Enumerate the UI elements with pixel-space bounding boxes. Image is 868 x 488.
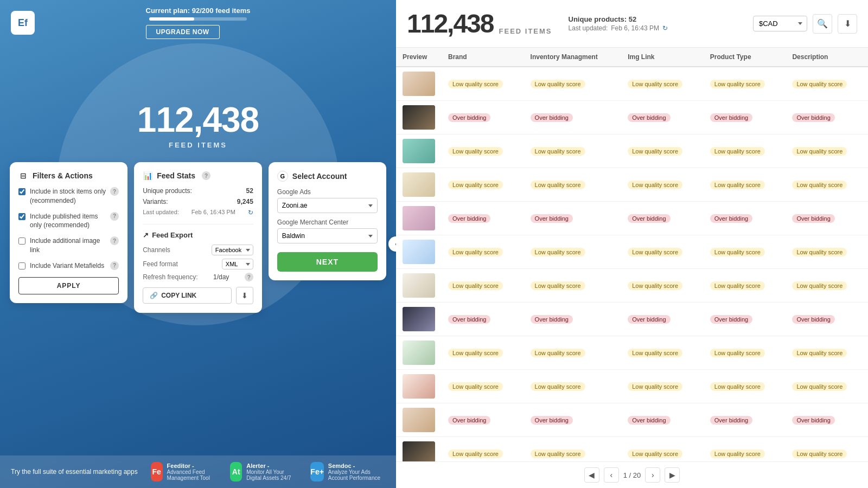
filter-info-icon-2[interactable]: ? (110, 236, 119, 245)
upgrade-button[interactable]: UPGRADE NOW (146, 25, 220, 39)
filter-item-0: Include in stock items only (recommended… (18, 187, 119, 206)
col-inventory: Inventory Managment (524, 48, 622, 67)
search-icon: 🔍 (817, 18, 828, 29)
cell-inventory: Low quality score (524, 336, 622, 370)
filter-checkbox-3[interactable] (18, 262, 25, 269)
app-item-semdoc[interactable]: Fe+ Semdoc - Analyze Your Ads Account Pe… (310, 462, 385, 481)
variants-value: 9,245 (237, 198, 253, 206)
google-merchant-select[interactable]: Baldwin Other merchant (277, 228, 378, 243)
cell-product-type: Over bidding (704, 403, 786, 437)
app-logo: Ef (11, 11, 35, 35)
cell-img-link: Over bidding (621, 202, 704, 235)
next-button[interactable]: NEXT (277, 252, 378, 272)
channels-select[interactable]: Facebook Google Pinterest (212, 245, 253, 255)
table-row[interactable]: Low quality score Low quality score Low … (396, 269, 868, 303)
cell-preview (396, 336, 442, 370)
cell-preview (396, 134, 442, 168)
filter-checkbox-2[interactable] (18, 237, 25, 245)
cell-description: Low quality score (786, 437, 868, 462)
feed-export-icon: ↗ (143, 231, 149, 239)
products-table-wrap: Preview Brand Inventory Managment Img Li… (396, 48, 868, 461)
right-refresh-icon[interactable]: ↻ (662, 24, 668, 32)
feeditor-name: Feeditor - (167, 463, 218, 469)
table-row[interactable]: Low quality score Low quality score Low … (396, 336, 868, 370)
filters-card: ⊟ Filters & Actions Include in stock ite… (10, 162, 127, 303)
cell-product-type: Over bidding (704, 303, 786, 336)
plan-info: Current plan: 92/200 feed items UPGRADE … (146, 7, 251, 39)
pagination-next[interactable]: › (645, 467, 660, 483)
cell-product-type: Low quality score (704, 67, 786, 101)
google-ads-select[interactable]: Zooni.ae Other account (277, 198, 378, 213)
filter-checkbox-0[interactable] (18, 188, 25, 195)
table-row[interactable]: Low quality score Low quality score Low … (396, 235, 868, 269)
table-row[interactable]: Low quality score Low quality score Low … (396, 437, 868, 462)
cell-inventory: Low quality score (524, 437, 622, 462)
alerter-name: Alerter - (246, 463, 297, 469)
filter-label-2: Include additional image link (30, 236, 106, 255)
cell-description: Over bidding (786, 101, 868, 134)
cell-brand: Low quality score (442, 370, 524, 403)
cell-inventory: Low quality score (524, 168, 622, 202)
cell-preview (396, 235, 442, 269)
table-row[interactable]: Over bidding Over bidding Over bidding O… (396, 101, 868, 134)
download-button[interactable]: ⬇ (236, 287, 253, 304)
cell-inventory: Low quality score (524, 67, 622, 101)
right-header: 112,438 FEED ITEMS Unique products: 52 L… (396, 0, 868, 48)
cell-img-link: Low quality score (621, 168, 704, 202)
right-unique-products: Unique products: 52 (569, 15, 742, 23)
cell-img-link: Low quality score (621, 67, 704, 101)
cell-description: Low quality score (786, 370, 868, 403)
pagination-last[interactable]: ▶ (665, 467, 680, 483)
select-account-title: Select Account (292, 172, 347, 181)
format-label: Feed format (143, 260, 178, 268)
format-select[interactable]: XML CSV JSON (222, 259, 253, 269)
page-info: 1 / 20 (623, 471, 641, 479)
col-img-link: Img Link (621, 48, 704, 67)
cell-brand: Low quality score (442, 437, 524, 462)
export-format-row: Feed format XML CSV JSON (143, 259, 253, 269)
col-brand: Brand (442, 48, 524, 67)
feed-export-section: ↗ Feed Export Channels Facebook Google P… (143, 224, 253, 304)
search-button[interactable]: 🔍 (813, 14, 832, 34)
channels-label: Channels (143, 246, 170, 254)
cell-product-type: Low quality score (704, 134, 786, 168)
refresh-icon[interactable]: ↻ (248, 209, 253, 216)
table-row[interactable]: Low quality score Low quality score Low … (396, 134, 868, 168)
currency-select[interactable]: $CAD $USD €EUR £GBP (753, 16, 807, 31)
stat-last-updated: Last updated: Feb 6, 16:43 PM ↻ (143, 209, 253, 216)
cell-brand: Over bidding (442, 101, 524, 134)
table-row[interactable]: Over bidding Over bidding Over bidding O… (396, 303, 868, 336)
apply-button[interactable]: APPLY (18, 277, 119, 294)
filter-info-icon-0[interactable]: ? (110, 187, 119, 196)
header-meta: Unique products: 52 Last updated: Feb 6,… (569, 15, 742, 32)
table-row[interactable]: Low quality score Low quality score Low … (396, 67, 868, 101)
copy-link-button[interactable]: 🔗 COPY LINK (143, 287, 232, 304)
table-row[interactable]: Low quality score Low quality score Low … (396, 168, 868, 202)
pagination-prev[interactable]: ‹ (604, 467, 619, 483)
filter-checkbox-1[interactable] (18, 213, 25, 220)
cell-preview (396, 303, 442, 336)
feed-stats-info-icon[interactable]: ? (202, 171, 210, 180)
filter-icon: ⊟ (18, 171, 28, 181)
cell-description: Low quality score (786, 168, 868, 202)
table-row[interactable]: Over bidding Over bidding Over bidding O… (396, 202, 868, 235)
table-row[interactable]: Over bidding Over bidding Over bidding O… (396, 403, 868, 437)
right-last-updated: Last updated: Feb 6, 16:43 PM ↻ (569, 24, 742, 32)
refresh-info-icon[interactable]: ? (245, 273, 253, 281)
filter-info-icon-3[interactable]: ? (110, 261, 119, 270)
feed-stats-header: 📊 Feed Stats ? (143, 171, 253, 181)
pagination-first[interactable]: ◀ (584, 467, 599, 483)
cell-description: Low quality score (786, 235, 868, 269)
right-panel: 112,438 FEED ITEMS Unique products: 52 L… (396, 0, 868, 488)
download-table-button[interactable]: ⬇ (838, 14, 857, 34)
app-item-feeditor[interactable]: Fe Feeditor - Advanced Feed Management T… (151, 462, 218, 481)
cell-preview (396, 370, 442, 403)
cell-preview (396, 168, 442, 202)
feeditor-info: Feeditor - Advanced Feed Management Tool (167, 463, 218, 481)
filter-info-icon-1[interactable]: ? (110, 212, 119, 221)
app-item-alerter[interactable]: At Alerter - Monitor All Your Digital As… (230, 462, 297, 481)
cell-product-type: Over bidding (704, 202, 786, 235)
cell-preview (396, 269, 442, 303)
table-row[interactable]: Low quality score Low quality score Low … (396, 370, 868, 403)
semdoc-logo: Fe+ (310, 462, 324, 481)
